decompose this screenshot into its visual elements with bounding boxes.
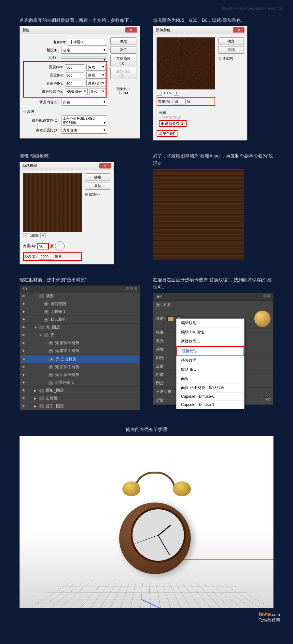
- close-icon[interactable]: ✕: [233, 27, 244, 33]
- layer-row[interactable]: 👁●壳 凸出材质: [20, 355, 140, 363]
- distribution-label: 分布: [159, 110, 213, 115]
- size-label: 大小(I):: [37, 55, 60, 60]
- ok-button[interactable]: 确定: [110, 37, 136, 45]
- preview-checkbox[interactable]: 预览(P): [89, 193, 100, 196]
- ok-button[interactable]: 确定: [85, 173, 110, 181]
- resolution-unit[interactable]: 像素/英寸: [86, 80, 106, 87]
- visibility-icon[interactable]: 👁: [21, 294, 26, 298]
- visibility-icon[interactable]: 👁: [21, 349, 26, 353]
- zoom-out-button[interactable]: −: [23, 233, 28, 238]
- layer-row[interactable]: 👁▶击锤组: [20, 395, 140, 402]
- layer-row[interactable]: 👁▶面板_图层: [20, 387, 140, 395]
- visibility-icon[interactable]: 👁: [21, 333, 26, 337]
- bump-label: 凹凸: [156, 381, 164, 386]
- height-input[interactable]: 800: [65, 73, 84, 78]
- visibility-icon[interactable]: 👁: [21, 326, 26, 329]
- layer-row[interactable]: 👁▼壳: [20, 331, 140, 339]
- menu-item[interactable]: 面板: [176, 374, 244, 383]
- preset-select[interactable]: 自定: [62, 47, 107, 54]
- visibility-icon[interactable]: 👁: [21, 404, 26, 408]
- height-unit[interactable]: 像素: [86, 72, 106, 79]
- profile-select[interactable]: 工作中的 RGB: sRGB IEC6196...: [62, 115, 107, 126]
- layer-row[interactable]: 👁▶提手_图层: [20, 402, 140, 410]
- amount-input[interactable]: 10: [173, 99, 186, 104]
- visibility-icon[interactable]: 👁: [22, 357, 26, 361]
- expand-icon[interactable]: ▼: [34, 326, 37, 329]
- expand-icon[interactable]: ▼: [39, 334, 42, 337]
- layer-row[interactable]: 👁○边界约束 1: [20, 379, 140, 387]
- advanced-toggle[interactable]: 高级: [27, 110, 34, 114]
- zoom-in-button[interactable]: +: [40, 233, 46, 238]
- width-input[interactable]: 800: [65, 64, 84, 70]
- angle-input[interactable]: 90: [37, 243, 49, 249]
- visibility-icon[interactable]: 👁: [21, 365, 26, 369]
- menu-item[interactable]: 编辑 UV 属性...: [176, 328, 244, 337]
- zoom-out-button[interactable]: −: [157, 91, 162, 96]
- caption-replace-texture: 在漫射右面点开选项卡选择"替换纹理"，找到刚才保存的"纹理A"。: [153, 274, 273, 293]
- layer-row[interactable]: 👁●壳 后斜面材质: [20, 363, 140, 371]
- visibility-icon[interactable]: 👁: [21, 302, 26, 306]
- expand-icon[interactable]: ▶: [34, 397, 37, 400]
- name-input[interactable]: 未标题-1: [68, 39, 107, 46]
- depth-select[interactable]: 8 位: [90, 88, 106, 95]
- aspect-label: 像素长宽比(X):: [30, 128, 60, 133]
- menu-item[interactable]: 编辑纹理...: [176, 319, 244, 328]
- monochrome-checkbox[interactable]: 单色(M): [163, 131, 175, 135]
- preview-checkbox[interactable]: 预览(P): [222, 57, 233, 60]
- menu-item[interactable]: 面板 凸出材质 - 默认纹理: [176, 383, 244, 393]
- dist-gaussian-radio[interactable]: 高斯分布(G): [165, 121, 185, 125]
- layer-row[interactable]: 👁■当前视图: [20, 300, 140, 308]
- layer-row[interactable]: 👁▼壳_图层: [20, 324, 140, 331]
- layer-row[interactable]: 👁场景: [20, 292, 140, 300]
- dist-uniform-radio[interactable]: 平均分布(U): [162, 115, 181, 119]
- menu-item[interactable]: 移去纹理: [176, 356, 244, 365]
- visibility-icon[interactable]: 👁: [21, 341, 26, 345]
- menu-item[interactable]: 默认 IBL: [176, 365, 244, 374]
- caption-motion-blur: 滤镜-动感模糊。: [20, 150, 140, 161]
- distance-unit: 像素: [55, 254, 62, 259]
- visibility-icon[interactable]: 👁: [21, 373, 26, 377]
- visibility-icon[interactable]: 👁: [21, 396, 26, 400]
- diffuse-swatch[interactable]: [167, 316, 174, 321]
- angle-dial[interactable]: [55, 241, 65, 251]
- render-result-image: [20, 436, 273, 608]
- result-caption: 闹表的外壳有了纹理: [0, 420, 293, 436]
- close-icon[interactable]: ✕: [99, 163, 111, 168]
- menu-item[interactable]: Capsule - Diffuse-1: [176, 401, 244, 409]
- visibility-icon[interactable]: 👁: [21, 310, 26, 314]
- material-icon: ●: [156, 303, 160, 307]
- colormode-select[interactable]: RGB 颜色: [65, 88, 88, 95]
- menu-item[interactable]: 替换纹理...: [176, 346, 244, 356]
- resolution-input[interactable]: 300: [65, 81, 84, 87]
- ok-button[interactable]: 确定: [218, 37, 244, 45]
- visibility-icon[interactable]: 👁: [21, 389, 26, 392]
- width-unit[interactable]: 像素: [86, 64, 106, 71]
- visibility-icon[interactable]: 👁: [21, 318, 26, 321]
- refract-value: 1.190: [261, 398, 271, 402]
- expand-icon[interactable]: ▶: [34, 405, 37, 408]
- layer-row[interactable]: 👁☀无限光 1: [20, 308, 140, 316]
- size-select[interactable]: [62, 57, 107, 59]
- distance-input[interactable]: 2000: [39, 254, 53, 260]
- menu-item[interactable]: Capsule - Diffuse-0: [176, 393, 244, 401]
- bg-select[interactable]: 白色: [62, 99, 107, 106]
- delete-preset-button: 删除预设(D)...: [110, 68, 136, 79]
- cancel-button[interactable]: 取消: [218, 46, 244, 54]
- expand-icon[interactable]: ▶: [34, 389, 37, 392]
- reset-button[interactable]: 复位: [110, 46, 136, 54]
- aspect-select[interactable]: 方形像素: [62, 127, 107, 134]
- close-icon[interactable]: ✕: [125, 27, 137, 33]
- zoom-in-button[interactable]: +: [174, 91, 179, 96]
- layer-label: 提手_图层: [46, 403, 64, 409]
- section-2: 滤镜-动感模糊。 动感模糊 ✕ −100%+ 角度(A): 90 度: [0, 150, 293, 264]
- save-preset-button[interactable]: 存储预设(S)...: [110, 55, 136, 66]
- layer-row[interactable]: 👁■默认相机: [20, 316, 140, 324]
- panel-menu-icon[interactable]: [126, 287, 137, 291]
- menu-item[interactable]: 新建纹理...: [176, 337, 244, 346]
- visibility-icon[interactable]: 👁: [21, 381, 26, 384]
- layer-row[interactable]: 👁●壳 前斜面材质: [20, 347, 140, 355]
- layer-row[interactable]: 👁●壳 后膨胀材质: [20, 371, 140, 379]
- panel-menu-icon[interactable]: [263, 294, 271, 299]
- layer-row[interactable]: 👁●壳 前膨胀材质: [20, 339, 140, 347]
- reset-button[interactable]: 复位: [85, 182, 110, 190]
